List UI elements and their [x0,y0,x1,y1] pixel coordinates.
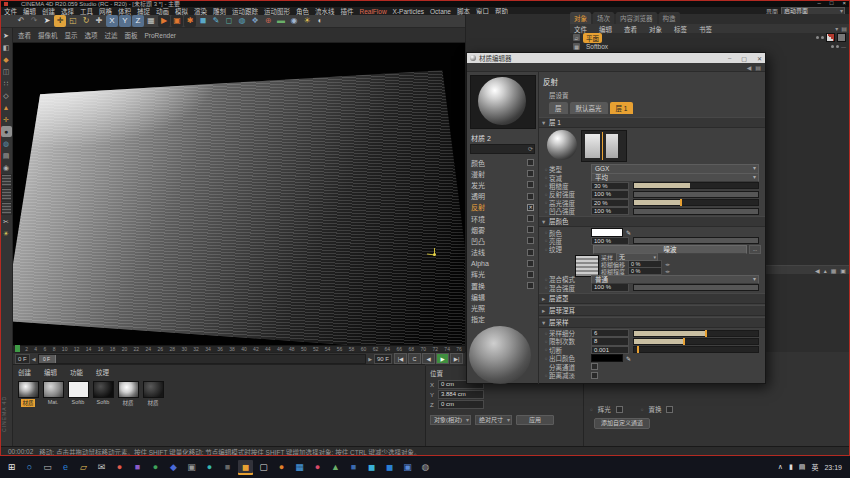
coord-mode-dropdown[interactable]: 对象(相对) [430,415,471,425]
display-mode-icon[interactable]: ◐ [314,15,326,27]
channel-row-透明[interactable]: 透明 [467,191,538,202]
enable-dot[interactable] [821,36,824,39]
timeline-ruler[interactable]: 0246810121416182022242628303234363840424… [13,345,465,352]
explorer-icon[interactable]: ▱ [76,460,91,475]
specular-strength-slider[interactable] [633,199,759,206]
rotate-tool-icon[interactable]: ↻ [80,15,92,27]
blend-strength-slider[interactable] [633,284,759,291]
material-swatch-0[interactable]: 材质 [17,381,39,407]
channel-row-反射[interactable]: 反射 [467,202,538,213]
z-axis-lock-icon[interactable]: Z [132,15,144,27]
solo-mode-icon[interactable]: ● [1,126,12,137]
bump-strength-slider[interactable] [633,208,759,215]
axis-mode-icon[interactable]: ✛ [1,114,12,125]
manager-tab-对象[interactable]: 对象 [570,12,591,24]
floor-object-icon[interactable]: ▬ [275,15,287,27]
texture-strip-icon[interactable] [1,188,12,201]
transport-button-◀[interactable]: ◀ [422,353,435,364]
channel-row-颜色[interactable]: 颜色 [467,157,538,168]
blend-mode-dropdown[interactable]: 普通 [591,275,759,285]
transport-button-▶|[interactable]: ▶| [450,353,463,364]
material-manager-menu-创建[interactable]: 创建 [18,367,31,377]
app-dark-icon[interactable]: ■ [220,460,235,475]
maximize-button[interactable]: □ [830,0,834,6]
app-gray2-icon[interactable]: ◍ [418,460,433,475]
snap-tool-icon[interactable]: ◍ [1,138,12,149]
layer-color-section-bar[interactable]: ▾层颜色 [539,216,765,227]
subdivision-surface-icon[interactable]: ◻ [223,15,235,27]
app-cyan-icon[interactable]: ◼ [364,460,379,475]
transport-button-C[interactable]: C [408,353,421,364]
attribute-header-icon[interactable]: ▴ [824,267,827,274]
channel-checkbox-漫射[interactable] [527,170,534,177]
volume-icon[interactable]: ◍ [236,15,248,27]
dialog-maximize-icon[interactable]: ▢ [741,55,747,62]
material-name-input[interactable]: ⟳ [470,144,535,154]
start-button[interactable]: ⊞ [4,460,19,475]
material-manager-menu-功能[interactable]: 功能 [70,367,83,377]
layer1-section-bar[interactable]: ▾层 1 [539,117,765,128]
roughness-value[interactable]: 30 % [591,182,629,191]
object-manager-menu-书签[interactable]: 书签 [699,24,712,34]
manager-tab-构造[interactable]: 构造 [659,12,680,24]
collapsed-section-层遮罩[interactable]: ▸层遮罩 [539,293,765,304]
blend-strength-value[interactable]: 100 % [591,283,629,292]
bump-strength-value[interactable]: 100 % [591,207,629,216]
roughness-slider[interactable] [633,182,759,189]
target-tool-icon[interactable]: ◉ [1,162,12,173]
object-manager-menu-对象[interactable]: 对象 [649,24,662,34]
spline-pen-icon[interactable]: ✎ [210,15,222,27]
timeline-track[interactable]: 0 F [38,354,367,364]
layer-sampling-section-bar[interactable]: ▾层采样 [539,317,765,328]
undo-icon[interactable]: ↶ [15,15,27,27]
tray-icon[interactable]: ▤ [799,463,806,471]
brightness-slider[interactable] [633,237,759,244]
specular-strength-value[interactable]: 20 % [591,199,629,208]
channel-row-辉光[interactable]: 辉光 [467,269,538,280]
timeline-playhead[interactable] [15,345,20,352]
separate-pass-checkbox[interactable] [591,363,598,370]
channel-extra-光照[interactable]: 光照 [467,302,538,313]
menu-item-Octane[interactable]: Octane [430,8,451,15]
attribute-header-icon[interactable]: ▣ [840,267,846,274]
scissors-tool-icon[interactable]: ✂ [1,216,12,227]
model-mode-icon[interactable]: ◧ [1,42,12,53]
menu-item-X-Particles[interactable]: X-Particles [393,8,424,15]
render-picture-viewer-icon[interactable]: ▣ [171,15,183,27]
channel-checkbox-法线[interactable] [527,249,534,256]
collapsed-section-层菲涅耳[interactable]: ▸层菲涅耳 [539,305,765,316]
sample-dropdown[interactable]: 无 [616,253,658,262]
material-swatch-5[interactable]: 材质 [142,381,164,407]
app-blue3-icon[interactable]: ■ [346,460,361,475]
texture-tag-icon[interactable] [826,33,835,42]
viewport-menu-选项[interactable]: 选项 [85,30,98,40]
tracker-icon[interactable]: ⊕ [262,15,274,27]
channel-checkbox-置换[interactable] [527,282,534,289]
camera-object-icon[interactable]: ◉ [288,15,300,27]
workplane-mode-icon[interactable]: ◫ [1,66,12,77]
brushed-metal-plane[interactable] [13,43,465,345]
attribute-header-icon[interactable]: ▦ [831,267,837,274]
dialog-minimize-icon[interactable]: ‒ [728,55,731,61]
app-blue4-icon[interactable]: ◼ [382,460,397,475]
coord-size-dropdown[interactable]: 绝对尺寸 [475,415,512,425]
clamp-slider[interactable] [633,338,759,345]
channel-row-发光[interactable]: 发光 [467,179,538,190]
minimize-button[interactable]: – [818,0,821,6]
layer-tab-默认高光[interactable]: 默认高光 [570,102,608,114]
task-view-icon[interactable]: ▭ [40,460,55,475]
texture-strip-icon[interactable] [1,174,12,187]
exit-eyedropper-icon[interactable]: ✎ [626,355,631,362]
dialog-strip-icon[interactable]: ▤ [755,64,761,71]
sampling-subdiv-value[interactable]: 6 [591,329,629,338]
noise-thumbnail[interactable] [575,255,599,277]
clamp-value[interactable]: 8 [591,337,629,346]
material-swatch-3[interactable]: Softb [92,381,114,407]
coordinate-value-Z[interactable]: 0 cm [438,400,484,409]
timeline-handle[interactable]: 0 F [39,355,56,363]
channel-checkbox-颜色[interactable] [527,159,534,166]
object-manager-menu-查看[interactable]: 查看 [624,24,637,34]
color-swatch[interactable] [591,228,623,237]
scale-tool-icon[interactable]: ◱ [67,15,79,27]
app-blue5-icon[interactable]: ▣ [400,460,415,475]
